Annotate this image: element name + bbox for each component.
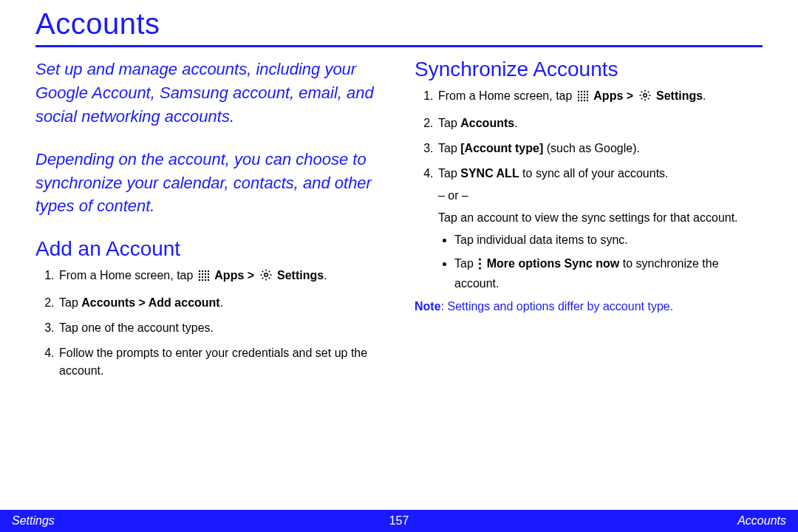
sync-bullet-2: Tap More options Sync now to synchronize… bbox=[454, 255, 763, 293]
text: . bbox=[514, 117, 517, 129]
add-step-4: Follow the prompts to enter your credent… bbox=[58, 344, 383, 380]
text: Tap bbox=[59, 296, 81, 309]
svg-point-15 bbox=[208, 279, 209, 281]
or-text: – or – bbox=[438, 187, 763, 205]
heading-add-account: Add an Account bbox=[35, 237, 383, 261]
svg-point-24 bbox=[587, 94, 588, 95]
svg-point-9 bbox=[202, 276, 203, 278]
text-bold: SYNC ALL bbox=[460, 167, 519, 180]
svg-point-4 bbox=[199, 273, 200, 275]
add-step-1: From a Home screen, tap Apps > Settings. bbox=[58, 267, 383, 287]
heading-sync-accounts: Synchronize Accounts bbox=[415, 58, 763, 81]
apps-grid-icon bbox=[198, 269, 210, 287]
manual-page: Accounts Set up and manage accounts, inc… bbox=[0, 0, 798, 532]
add-step-3: Tap one of the account types. bbox=[58, 319, 383, 337]
svg-point-25 bbox=[578, 97, 579, 98]
text: . bbox=[220, 296, 223, 309]
svg-point-30 bbox=[581, 100, 582, 101]
svg-point-36 bbox=[479, 267, 481, 269]
text: Tap bbox=[454, 257, 477, 270]
svg-point-12 bbox=[199, 279, 200, 281]
settings-gear-icon bbox=[638, 89, 652, 107]
sync-alt-text: Tap an account to view the sync settings… bbox=[438, 209, 763, 227]
text: Tap bbox=[438, 117, 460, 129]
note-label: Note bbox=[415, 300, 441, 313]
sync-step-2: Tap Accounts. bbox=[437, 115, 763, 132]
svg-point-17 bbox=[578, 91, 579, 92]
text: to sync all of your accounts. bbox=[519, 167, 669, 180]
text-bold: More options Sync now bbox=[487, 257, 620, 270]
sync-bullets: Tap individual data items to sync. Tap M… bbox=[438, 231, 763, 293]
svg-point-7 bbox=[208, 273, 209, 275]
intro-p2: Depending on the account, you can choose… bbox=[35, 148, 383, 219]
svg-point-13 bbox=[202, 279, 203, 281]
svg-point-34 bbox=[479, 258, 481, 260]
text-bold: Accounts > Add account bbox=[81, 296, 219, 309]
add-steps: From a Home screen, tap Apps > Settings.… bbox=[35, 267, 383, 380]
text: From a Home screen, tap bbox=[59, 269, 197, 282]
svg-point-3 bbox=[208, 270, 209, 272]
svg-point-22 bbox=[581, 94, 582, 95]
column-right: Synchronize Accounts From a Home screen,… bbox=[415, 58, 763, 387]
sync-step-3: Tap [Account type] (such as Google). bbox=[437, 140, 763, 157]
text: . bbox=[324, 269, 327, 282]
title-rule bbox=[35, 45, 763, 47]
svg-point-35 bbox=[479, 262, 481, 265]
intro-p1: Set up and manage accounts, including yo… bbox=[35, 58, 383, 129]
svg-point-11 bbox=[208, 276, 209, 278]
settings-gear-icon bbox=[259, 268, 273, 287]
more-options-icon bbox=[478, 257, 482, 275]
text: Tap bbox=[438, 167, 460, 180]
sync-step-1: From a Home screen, tap Apps > Settings. bbox=[437, 87, 763, 107]
column-left: Set up and manage accounts, including yo… bbox=[35, 58, 383, 387]
columns: Set up and manage accounts, including yo… bbox=[35, 58, 763, 387]
svg-point-0 bbox=[199, 270, 200, 272]
svg-point-6 bbox=[205, 273, 206, 275]
svg-point-18 bbox=[581, 91, 582, 92]
footer-right: Accounts bbox=[737, 514, 786, 528]
add-step-2: Tap Accounts > Add account. bbox=[58, 294, 383, 312]
svg-point-32 bbox=[587, 100, 588, 101]
svg-point-21 bbox=[578, 94, 579, 95]
footer-left: Settings bbox=[12, 514, 55, 528]
text: Tap bbox=[438, 142, 460, 154]
svg-point-26 bbox=[581, 97, 582, 98]
apps-grid-icon bbox=[577, 89, 589, 107]
svg-point-10 bbox=[205, 276, 206, 278]
svg-point-14 bbox=[205, 279, 206, 281]
svg-point-28 bbox=[587, 97, 588, 98]
sync-step-4: Tap SYNC ALL to sync all of your account… bbox=[437, 165, 763, 293]
footer-bar: Settings 157 Accounts bbox=[0, 510, 798, 532]
text: . bbox=[703, 89, 706, 102]
svg-point-31 bbox=[584, 100, 585, 101]
apps-label: Apps > bbox=[593, 89, 636, 102]
text-bold: Accounts bbox=[460, 117, 514, 129]
note: Note: Settings and options differ by acc… bbox=[415, 300, 763, 313]
svg-point-20 bbox=[587, 91, 588, 92]
text: (such as Google). bbox=[543, 142, 640, 154]
svg-point-8 bbox=[199, 276, 200, 278]
svg-point-27 bbox=[584, 97, 585, 98]
svg-point-1 bbox=[202, 270, 203, 272]
sync-steps: From a Home screen, tap Apps > Settings.… bbox=[415, 87, 763, 293]
svg-point-5 bbox=[202, 273, 203, 275]
sync-bullet-1: Tap individual data items to sync. bbox=[454, 231, 763, 249]
svg-point-19 bbox=[584, 91, 585, 92]
apps-label: Apps > bbox=[214, 269, 257, 282]
settings-label: Settings bbox=[277, 269, 324, 282]
text: From a Home screen, tap bbox=[438, 89, 576, 102]
note-text: : Settings and options differ by account… bbox=[441, 300, 674, 313]
svg-point-2 bbox=[205, 270, 206, 272]
settings-label: Settings bbox=[656, 89, 703, 102]
svg-point-29 bbox=[578, 100, 579, 101]
footer-page-number: 157 bbox=[389, 514, 409, 528]
page-title: Accounts bbox=[35, 7, 763, 41]
svg-point-33 bbox=[643, 94, 647, 98]
text-bold: [Account type] bbox=[460, 142, 543, 154]
intro-block: Set up and manage accounts, including yo… bbox=[35, 58, 383, 218]
svg-point-23 bbox=[584, 94, 585, 95]
svg-point-16 bbox=[264, 273, 267, 277]
